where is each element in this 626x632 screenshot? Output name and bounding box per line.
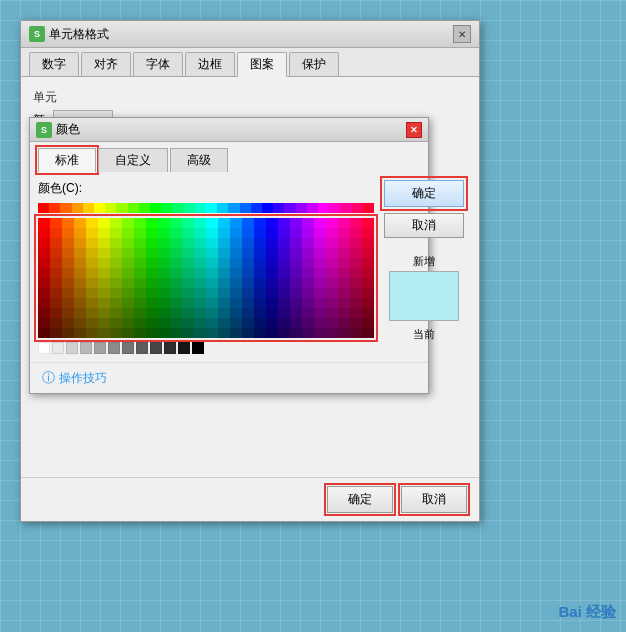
color-cell[interactable] [182,288,194,298]
color-cell[interactable] [134,318,146,328]
color-tab-advanced[interactable]: 高级 [170,148,228,172]
color-cell[interactable] [314,248,326,258]
color-cell[interactable] [266,318,278,328]
color-cell[interactable] [314,228,326,238]
color-cell[interactable] [254,298,266,308]
color-cell[interactable] [86,298,98,308]
color-cell[interactable] [218,288,230,298]
color-cell[interactable] [182,278,194,288]
color-cell[interactable] [158,228,170,238]
color-cell[interactable] [314,278,326,288]
color-cell[interactable] [326,318,338,328]
color-cell[interactable] [74,258,86,268]
color-cell[interactable] [98,318,110,328]
color-cell[interactable] [266,308,278,318]
rainbow-crimson[interactable] [352,203,363,213]
tips-link[interactable]: 操作技巧 [59,370,107,387]
color-cell[interactable] [62,318,74,328]
rainbow-sky-blue[interactable] [228,203,239,213]
color-cell[interactable] [350,318,362,328]
color-cell[interactable] [194,268,206,278]
color-cell[interactable] [122,278,134,288]
color-cell[interactable] [98,258,110,268]
color-cell[interactable] [254,268,266,278]
color-cell[interactable] [290,258,302,268]
gray-cell[interactable] [52,342,64,354]
color-cell[interactable] [158,218,170,228]
gray-cell[interactable] [164,342,176,354]
color-cell[interactable] [314,218,326,228]
color-cell[interactable] [290,268,302,278]
color-cell[interactable] [38,238,50,248]
rainbow-pure-blue[interactable] [262,203,273,213]
color-ok-button[interactable]: 确定 [384,180,464,207]
color-tab-custom[interactable]: 自定义 [98,148,168,172]
color-cell[interactable] [302,308,314,318]
color-cell[interactable] [206,218,218,228]
rainbow-blue[interactable] [251,203,262,213]
color-cell[interactable] [74,248,86,258]
color-cell[interactable] [206,238,218,248]
color-cell[interactable] [218,228,230,238]
color-cell[interactable] [122,328,134,338]
color-cell[interactable] [242,308,254,318]
color-cell[interactable] [338,298,350,308]
color-cell[interactable] [350,258,362,268]
color-cell[interactable] [302,298,314,308]
color-cell[interactable] [278,288,290,298]
color-cell[interactable] [170,248,182,258]
color-cell[interactable] [146,258,158,268]
color-cell[interactable] [182,218,194,228]
color-cell[interactable] [218,218,230,228]
gray-cell[interactable] [80,342,92,354]
color-cell[interactable] [254,218,266,228]
color-cell[interactable] [38,228,50,238]
color-cell[interactable] [302,218,314,228]
color-cell[interactable] [278,328,290,338]
color-cell[interactable] [362,318,374,328]
color-cell[interactable] [182,298,194,308]
color-cell[interactable] [266,248,278,258]
color-cell[interactable] [98,228,110,238]
rainbow-yellow-amber[interactable] [83,203,94,213]
color-cell[interactable] [350,288,362,298]
rainbow-cyan[interactable] [206,203,217,213]
color-cell[interactable] [302,318,314,328]
color-cell[interactable] [86,318,98,328]
color-cell[interactable] [134,228,146,238]
color-cell[interactable] [170,268,182,278]
rainbow-bright-green[interactable] [139,203,150,213]
color-cell[interactable] [146,238,158,248]
color-cell[interactable] [242,298,254,308]
color-cell[interactable] [86,278,98,288]
color-cell[interactable] [170,258,182,268]
color-cell[interactable] [182,228,194,238]
color-cell[interactable] [326,298,338,308]
color-cell[interactable] [50,218,62,228]
color-cell[interactable] [254,278,266,288]
tab-pattern[interactable]: 图案 [237,52,287,77]
color-cell[interactable] [266,218,278,228]
color-cell[interactable] [266,268,278,278]
color-cell[interactable] [146,298,158,308]
rainbow-indigo[interactable] [273,203,284,213]
color-cell[interactable] [182,268,194,278]
color-cell[interactable] [122,248,134,258]
color-cell[interactable] [110,248,122,258]
color-cell[interactable] [314,288,326,298]
color-cell[interactable] [194,228,206,238]
rainbow-yellow-green[interactable] [105,203,116,213]
color-cell[interactable] [50,258,62,268]
rainbow-green[interactable] [150,203,161,213]
color-cell[interactable] [110,238,122,248]
color-cell[interactable] [254,238,266,248]
rainbow-cornflower[interactable] [240,203,251,213]
color-cell[interactable] [242,258,254,268]
color-cell[interactable] [38,288,50,298]
color-cell[interactable] [254,258,266,268]
color-cell[interactable] [362,238,374,248]
color-cell[interactable] [158,288,170,298]
color-cell[interactable] [338,318,350,328]
color-cell[interactable] [122,228,134,238]
color-cell[interactable] [278,298,290,308]
